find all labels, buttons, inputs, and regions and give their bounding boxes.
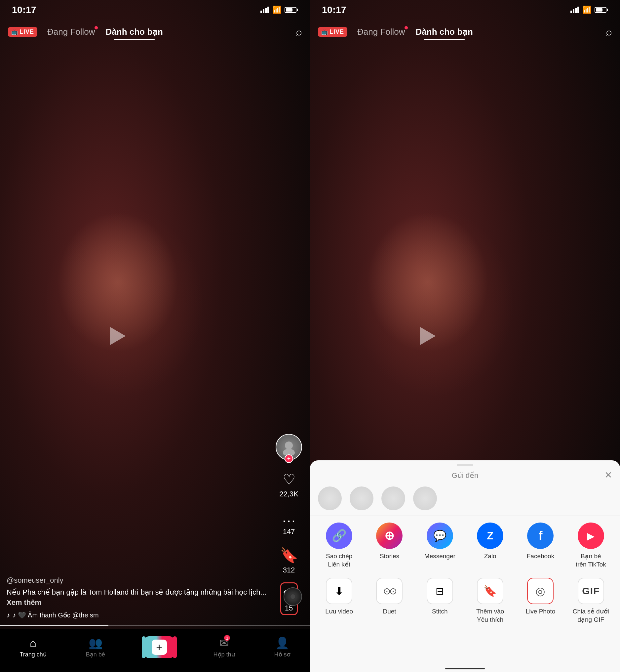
duet-label: Duet [383, 608, 396, 616]
see-more-button[interactable]: Xem thêm [7, 598, 41, 607]
add-icon: + [152, 639, 167, 655]
comment-count: 147 [283, 527, 295, 536]
follow-plus-icon: + [285, 454, 293, 463]
action-stitch[interactable]: ⊟ Stitch [420, 578, 460, 624]
facebook-label: Facebook [527, 552, 554, 561]
progress-bar [0, 625, 310, 626]
gif-label: Chia sẻ dướidạng GIF [573, 608, 609, 624]
nav-tabs: Đang Follow Dành cho bạn [42, 24, 168, 40]
copy-link-icon: 🔗 [326, 523, 352, 549]
video-face [0, 0, 310, 672]
duet-icon: ⊙⊙ [376, 578, 403, 604]
status-icons: 📶 [260, 6, 298, 14]
action-messenger[interactable]: 💬 Messenger [420, 523, 460, 569]
svg-point-0 [285, 441, 293, 449]
action-friends-tiktok[interactable]: ▶ Bạn bètrên TikTok [571, 523, 611, 569]
phone-left: 10:17 📶 📺 LIVE Đang Follow [0, 0, 310, 672]
nav-left-right: 📺 LIVE Đang Follow Dành cho bạn [318, 24, 478, 40]
signal-icon-right [570, 7, 579, 13]
play-button[interactable] [110, 327, 125, 345]
gif-icon: GIF [578, 578, 604, 604]
friends-tiktok-icon: ▶ [578, 523, 604, 549]
contacts-row [310, 484, 620, 516]
comment-action[interactable]: … 147 [281, 509, 296, 536]
close-sheet-button[interactable]: ✕ [605, 470, 612, 481]
music-note-icon: ♪ [7, 612, 10, 619]
live-photo-circle-icon: ◎ [535, 584, 545, 597]
zalo-icon: Z [477, 523, 503, 549]
save-video-label: Lưu video [325, 608, 353, 616]
action-live-photo[interactable]: ◎ Live Photo [520, 578, 560, 624]
progress-fill [0, 625, 108, 626]
status-icons-right: 📶 [570, 6, 608, 14]
nav-profile[interactable]: 👤 Hồ sơ [274, 636, 291, 658]
action-stories[interactable]: ⊕ Stories [369, 523, 409, 569]
home-icon: ⌂ [30, 637, 37, 650]
tab-for-you[interactable]: Dành cho bạn [100, 24, 168, 40]
phone-right: 10:17 📶 📺 LIVE Đang Follow [310, 0, 620, 672]
status-bar-right: 10:17 📶 [310, 0, 620, 20]
search-button[interactable]: ⌕ [296, 26, 302, 38]
contact-avatar-1[interactable] [318, 486, 342, 510]
tab-for-you-right[interactable]: Dành cho bạn [410, 24, 478, 40]
nav-home[interactable]: ⌂ Trang chủ [19, 637, 46, 658]
battery-icon [285, 7, 298, 13]
like-action[interactable]: ♡ 22,3K [279, 471, 299, 498]
bookmark-count: 312 [283, 566, 295, 574]
download-icon: ⬇ [334, 584, 344, 597]
action-duet[interactable]: ⊙⊙ Duet [369, 578, 409, 624]
play-button-right[interactable] [420, 327, 435, 345]
nav-inbox[interactable]: ✉ 1 Hộp thư [213, 636, 235, 658]
send-icon: ▶ [587, 530, 595, 542]
contact-avatar-4[interactable] [413, 486, 437, 510]
add-button[interactable]: + [144, 636, 174, 658]
comment-icon: … [281, 509, 296, 526]
sound-bar: ♪ ♪ 🖤 Âm thanh Gốc @the sm [7, 611, 267, 619]
bottom-info: @someuser_only Nếu Pha chế bạn gặp là To… [7, 576, 267, 619]
like-count: 22,3K [279, 490, 299, 498]
sheet-divider [310, 516, 620, 516]
action-copy-link[interactable]: 🔗 Sao chépLiên kết [319, 523, 359, 569]
battery-icon-right [595, 7, 608, 13]
profile-icon: 👤 [275, 636, 289, 650]
search-button-right[interactable]: ⌕ [606, 26, 612, 38]
action-save-video[interactable]: ⬇ Lưu video [319, 578, 359, 624]
signal-icon [260, 7, 269, 13]
top-nav: 📺 LIVE Đang Follow Dành cho bạn ⌕ [0, 20, 310, 44]
action-gif[interactable]: GIF Chia sẻ dướidạng GIF [571, 578, 611, 624]
live-badge[interactable]: 📺 LIVE [8, 27, 37, 37]
link-icon: 🔗 [332, 529, 347, 543]
contact-avatar-3[interactable] [381, 486, 405, 510]
live-photo-icon: ◎ [527, 578, 554, 604]
nav-left: 📺 LIVE Đang Follow Dành cho bạn [8, 24, 168, 40]
friends-tiktok-label: Bạn bètrên TikTok [576, 552, 606, 569]
gif-text: GIF [582, 585, 600, 596]
messenger-icon: 💬 [427, 523, 453, 549]
home-indicator [445, 668, 485, 669]
live-badge-right[interactable]: 📺 LIVE [318, 27, 347, 37]
copy-link-label: Sao chépLiên kết [326, 552, 352, 569]
contact-avatar-2[interactable] [350, 486, 373, 510]
action-facebook[interactable]: f Facebook [520, 523, 560, 569]
action-add-fav[interactable]: 🔖 Thêm vàoYêu thích [470, 578, 510, 624]
stories-icon: ⊕ [376, 523, 403, 549]
zalo-text-icon: Z [487, 530, 494, 542]
sheet-header: Gửi đến ✕ [310, 466, 620, 484]
share-actions-row2: ⬇ Lưu video ⊙⊙ Duet ⊟ Stitch [310, 578, 620, 624]
sound-name: ♪ 🖤 Âm thanh Gốc @the sm [12, 611, 99, 619]
right-sidebar: + ♡ 22,3K … 147 🔖 312 ↪ 15 [276, 434, 302, 613]
heart-icon: ♡ [282, 471, 296, 488]
tab-following[interactable]: Đang Follow [42, 24, 100, 40]
bookmark-action[interactable]: 🔖 312 [280, 547, 298, 574]
tab-following-right[interactable]: Đang Follow [352, 24, 410, 40]
play-triangle-icon-right [420, 327, 435, 345]
nav-friends[interactable]: 👥 Bạn bè [86, 636, 105, 658]
action-zalo[interactable]: Z Zalo [470, 523, 510, 569]
save-video-icon: ⬇ [326, 578, 352, 604]
facebook-icon: f [527, 523, 554, 549]
stitch-icon: ⊟ [427, 578, 453, 604]
nav-add[interactable]: + [144, 636, 174, 658]
music-disc [283, 587, 302, 606]
creator-avatar[interactable]: + [276, 434, 302, 460]
inbox-label: Hộp thư [213, 651, 235, 658]
